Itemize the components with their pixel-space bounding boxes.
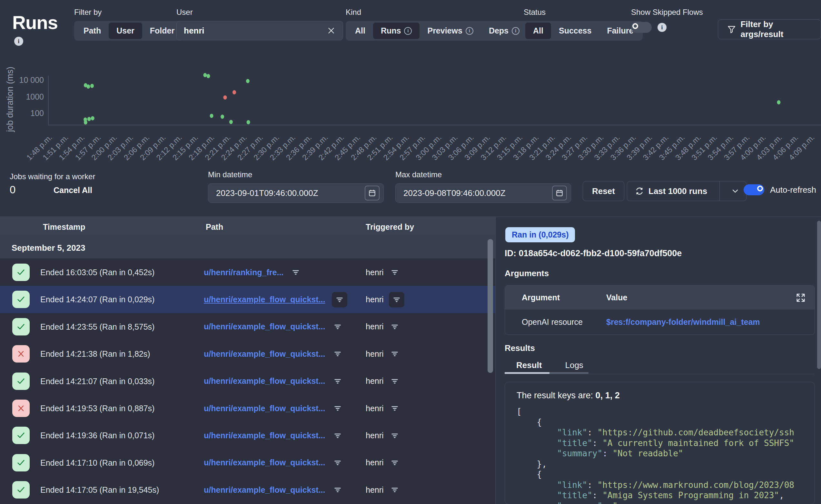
tab-result[interactable]: Result xyxy=(505,357,553,373)
status-option-success[interactable]: Success xyxy=(551,23,599,39)
filter-by-option-path[interactable]: Path xyxy=(76,23,109,39)
page-title: Runs xyxy=(12,12,58,33)
filter-lines-icon xyxy=(390,323,399,331)
runs-table: Timestamp Path Triggered by September 5,… xyxy=(0,217,496,504)
argument-column: Argument xyxy=(522,286,560,309)
max-datetime-input[interactable]: 2023-09-08T09:46:00.000Z xyxy=(395,183,571,203)
filter-by-user-icon[interactable] xyxy=(389,292,404,307)
data-point-success xyxy=(210,114,213,118)
table-row[interactable]: Ended 14:21:07 (Ran in 0,033s)u/henri/ex… xyxy=(0,368,495,395)
status-badge-success xyxy=(12,291,30,308)
data-point-success xyxy=(203,73,207,77)
filter-by-user-icon[interactable] xyxy=(389,375,400,387)
kind-option-all[interactable]: All xyxy=(347,23,373,39)
triggered-by-user: henri xyxy=(366,295,384,304)
check-icon xyxy=(16,458,26,468)
run-path-link[interactable]: u/henri/example_flow_quickst... xyxy=(204,431,325,440)
filter-args-button[interactable]: Filter by args/result xyxy=(718,19,821,39)
kind-option-deps[interactable]: Depsi xyxy=(481,23,527,39)
run-path-link[interactable]: u/henri/example_flow_quickst... xyxy=(204,485,325,495)
filter-by-user-icon[interactable] xyxy=(389,348,400,360)
info-icon[interactable]: i xyxy=(658,23,667,32)
filter-by-path-icon[interactable] xyxy=(332,457,343,469)
filter-by-path-icon[interactable] xyxy=(332,292,347,307)
calendar-icon[interactable] xyxy=(552,186,567,200)
filter-by-path-icon[interactable] xyxy=(332,430,343,441)
filter-lines-icon xyxy=(333,350,342,358)
runs-info-icon[interactable]: i xyxy=(14,37,23,46)
clear-icon[interactable] xyxy=(327,26,336,35)
filter-by-path-icon[interactable] xyxy=(290,267,301,278)
user-input-value: henri xyxy=(184,26,327,36)
table-row[interactable]: Ended 14:17:10 (Ran in 0,069s)u/henri/ex… xyxy=(0,449,495,476)
status-badge-success xyxy=(12,427,30,444)
filter-by-user-icon[interactable] xyxy=(389,402,400,414)
chevron-down-icon[interactable] xyxy=(724,187,746,196)
table-row[interactable]: Ended 14:19:53 (Ran in 0,887s)u/henri/ex… xyxy=(0,395,495,422)
filter-by-path-icon[interactable] xyxy=(332,348,343,360)
run-timestamp: Ended 14:17:05 (Ran in 19,545s) xyxy=(40,476,159,503)
run-path-link[interactable]: u/henri/example_flow_quickst... xyxy=(204,376,325,386)
run-path-link[interactable]: u/henri/example_flow_quickst... xyxy=(204,404,325,413)
table-row[interactable]: Ended 16:03:05 (Ran in 0,452s)u/henri/ra… xyxy=(0,259,495,286)
run-path-link[interactable]: u/henri/example_flow_quickst... xyxy=(204,349,325,359)
triggered-by-user: henri xyxy=(366,458,384,467)
status-badge-success xyxy=(12,481,30,499)
filter-lines-icon xyxy=(390,350,399,358)
jobs-waiting-count: 0 xyxy=(10,184,15,196)
run-timestamp: Ended 14:21:38 (Ran in 1,82s) xyxy=(40,340,150,367)
table-row[interactable]: Ended 14:21:38 (Ran in 1,82s)u/henri/exa… xyxy=(0,340,495,367)
kind-option-runs[interactable]: Runsi xyxy=(373,23,420,39)
filter-by-path-icon[interactable] xyxy=(332,321,343,333)
table-scrollbar[interactable] xyxy=(488,239,493,373)
filter-by-user-icon[interactable] xyxy=(389,457,400,469)
run-timestamp: Ended 14:23:55 (Ran in 8,575s) xyxy=(40,313,154,340)
filter-lines-icon xyxy=(390,431,399,440)
last-runs-button[interactable]: Last 1000 runs xyxy=(627,181,747,201)
table-row[interactable]: Ended 14:23:55 (Ran in 8,575s)u/henri/ex… xyxy=(0,313,495,340)
panel-scrollbar[interactable] xyxy=(817,221,821,369)
status-group: Status All Success Failure xyxy=(524,8,643,41)
filter-by-user-icon[interactable] xyxy=(389,484,400,496)
filter-by-path-icon[interactable] xyxy=(332,484,343,496)
table-row[interactable]: Ended 14:24:07 (Ran in 0,029s)u/henri/ex… xyxy=(0,286,495,313)
kind-segmented: All Runsi Previewsi Depsi xyxy=(346,21,529,41)
table-row[interactable]: Ended 14:17:05 (Ran in 19,545s)u/henri/e… xyxy=(0,476,495,503)
info-icon: i xyxy=(404,27,412,35)
min-datetime-input[interactable]: 2023-09-01T09:46:00.000Z xyxy=(208,183,384,203)
table-row[interactable]: Ended 14:19:36 (Ran in 0,071s)u/henri/ex… xyxy=(0,422,495,449)
filter-by-group: Filter by Path User Folder xyxy=(74,8,184,41)
status-badge-success xyxy=(12,373,30,390)
expand-icon[interactable] xyxy=(796,293,806,303)
run-path-link[interactable]: u/henri/example_flow_quickst... xyxy=(204,322,325,331)
status-badge-failure xyxy=(12,400,30,417)
run-path-link[interactable]: u/henri/ranking_fre... xyxy=(204,268,283,277)
calendar-icon[interactable] xyxy=(365,186,379,200)
run-path-link[interactable]: u/henri/example_flow_quickst... xyxy=(204,295,325,304)
results-tabs: Result Logs xyxy=(505,357,595,373)
run-path-link[interactable]: u/henri/example_flow_quickst... xyxy=(204,458,325,467)
argument-value-link[interactable]: $res:f/company-folder/windmill_ai_team xyxy=(606,309,760,334)
filter-by-user-icon[interactable] xyxy=(389,430,400,441)
check-icon xyxy=(16,322,26,332)
reset-button[interactable]: Reset xyxy=(583,181,624,201)
filter-by-path-icon[interactable] xyxy=(332,375,343,387)
filter-by-path-icon[interactable] xyxy=(332,402,343,414)
show-skipped-toggle[interactable] xyxy=(631,22,652,33)
result-json: [ { "link": "https://github.com/deadbeef… xyxy=(517,406,815,504)
filter-lines-icon xyxy=(333,431,342,440)
filter-lines-icon xyxy=(390,486,399,494)
status-option-all[interactable]: All xyxy=(525,23,551,39)
filter-lines-icon xyxy=(333,459,342,467)
funnel-icon xyxy=(727,24,736,34)
run-id: ID: 018a654c-d062-fbb2-d100-59fa70df500e xyxy=(505,248,682,258)
filter-by-user-icon[interactable] xyxy=(389,321,400,333)
cancel-all-button[interactable]: Cancel All xyxy=(54,186,92,195)
filter-by-user-icon[interactable] xyxy=(389,267,400,278)
status-label: Status xyxy=(524,8,643,17)
tab-logs[interactable]: Logs xyxy=(553,357,595,373)
kind-option-previews[interactable]: Previewsi xyxy=(420,23,481,39)
auto-refresh-toggle[interactable] xyxy=(744,184,764,195)
user-input[interactable]: henri xyxy=(176,21,343,40)
filter-by-option-user[interactable]: User xyxy=(109,23,142,39)
